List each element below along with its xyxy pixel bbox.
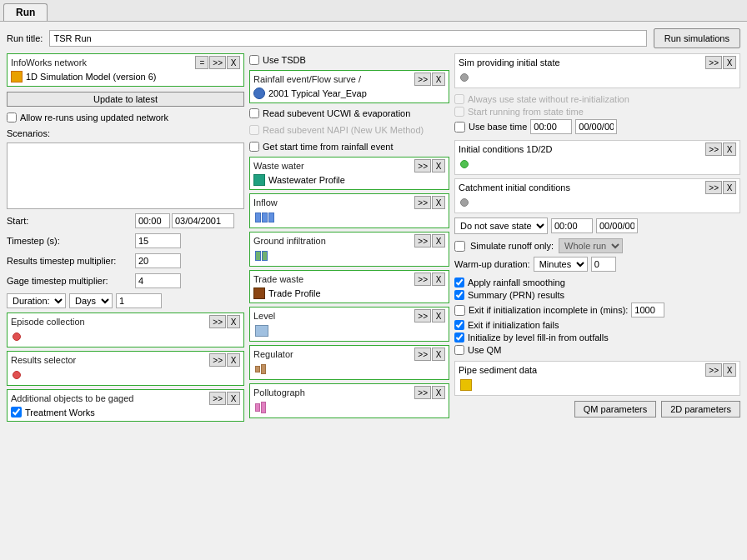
- ground-infiltration-expand-button[interactable]: >>: [414, 234, 431, 248]
- infoworks-pin-button[interactable]: =: [195, 56, 208, 69]
- additional-close-button[interactable]: X: [227, 392, 240, 405]
- start-date-input[interactable]: [172, 213, 234, 228]
- base-date-input[interactable]: [575, 119, 617, 134]
- read-subevent-napi-checkbox[interactable]: [249, 125, 259, 135]
- rainfall-close-button[interactable]: X: [432, 72, 445, 86]
- get-start-time-checkbox[interactable]: [249, 142, 259, 152]
- always-use-state-checkbox[interactable]: [454, 94, 464, 104]
- use-qm-row: Use QM: [454, 344, 740, 356]
- episode-close-button[interactable]: X: [227, 315, 240, 328]
- exit-init-fails-row: Exit if initialization fails: [454, 319, 740, 331]
- state-options-group: Always use state without re-initializati…: [454, 92, 740, 137]
- exit-init-incomplete-checkbox[interactable]: [454, 305, 465, 316]
- catchment-close-button[interactable]: X: [723, 181, 736, 194]
- timestep-input[interactable]: [135, 233, 181, 248]
- read-subevent-ucwi-checkbox[interactable]: [249, 108, 259, 118]
- sim-state-expand-button[interactable]: >>: [705, 56, 722, 69]
- regulator-expand-button[interactable]: >>: [414, 348, 431, 361]
- waste-water-label: Waste water: [253, 161, 304, 171]
- pipe-sediment-expand-button[interactable]: >>: [705, 363, 722, 377]
- start-time-input[interactable]: [135, 213, 170, 228]
- trade-waste-item: Trade Profile: [253, 286, 445, 301]
- rainfall-expand-button[interactable]: >>: [414, 72, 431, 86]
- allow-reruns-row: Allow re-runs using updated network: [7, 112, 244, 123]
- base-time-input[interactable]: [530, 119, 572, 134]
- duration-type-select[interactable]: Duration:: [7, 293, 66, 308]
- initial-cond-close-button[interactable]: X: [723, 142, 736, 156]
- use-qm-label: Use QM: [468, 345, 501, 355]
- regulator-close-button[interactable]: X: [432, 348, 445, 361]
- gage-timestep-label: Gage timestep multiplier:: [7, 276, 132, 286]
- save-date-input[interactable]: [596, 218, 638, 233]
- rainfall-event-box: Rainfall event/Flow surve / >> X 2001 Ty…: [249, 70, 449, 103]
- trade-waste-expand-button[interactable]: >>: [414, 272, 431, 286]
- infoworks-expand-button[interactable]: >>: [209, 56, 226, 69]
- timestep-row: Timestep (s):: [7, 232, 244, 249]
- initial-cond-expand-button[interactable]: >>: [705, 142, 722, 156]
- exit-init-value-input[interactable]: [631, 302, 664, 318]
- duration-value-input[interactable]: [116, 293, 162, 308]
- inflow-close-button[interactable]: X: [432, 196, 445, 209]
- gage-timestep-input[interactable]: [135, 273, 181, 288]
- inflow-box: Inflow >> X: [249, 193, 449, 228]
- apply-rainfall-checkbox[interactable]: [454, 278, 464, 288]
- start-running-checkbox[interactable]: [454, 107, 464, 117]
- infoworks-item: 1D Simulation Model (version 6): [11, 69, 240, 84]
- duration-unit-select[interactable]: Days: [69, 293, 113, 308]
- warmup-unit-select[interactable]: Minutes: [534, 257, 588, 272]
- init-level-checkbox[interactable]: [454, 332, 464, 342]
- qm-parameters-button[interactable]: QM parameters: [574, 401, 656, 418]
- exit-init-incomplete-label: Exit if initialization incomplete in (mi…: [469, 305, 628, 315]
- trade-waste-close-button[interactable]: X: [432, 272, 445, 286]
- treatment-works-checkbox[interactable]: [11, 407, 22, 418]
- simulate-runoff-checkbox[interactable]: [454, 241, 465, 252]
- results-timestep-input[interactable]: [135, 253, 181, 268]
- ground-infiltration-close-button[interactable]: X: [432, 234, 445, 248]
- sim-state-item: [459, 69, 736, 86]
- update-latest-button[interactable]: Update to latest: [7, 92, 244, 107]
- pipe-sediment-btns: >> X: [705, 363, 736, 377]
- allow-reruns-checkbox[interactable]: [7, 112, 17, 122]
- episode-expand-button[interactable]: >>: [209, 315, 226, 328]
- use-qm-checkbox[interactable]: [454, 345, 464, 355]
- use-tsdb-checkbox[interactable]: [249, 55, 259, 65]
- episode-icon: [13, 332, 21, 341]
- infoworks-network-box: InfoWorks network = >> X 1D Simulation M…: [7, 53, 244, 87]
- episode-collection-box: Episode collection >> X: [7, 312, 244, 348]
- run-title-input[interactable]: [49, 30, 646, 47]
- additional-expand-button[interactable]: >>: [209, 392, 226, 405]
- left-column: InfoWorks network = >> X 1D Simulation M…: [7, 53, 244, 553]
- pipe-sediment-close-button[interactable]: X: [723, 363, 736, 377]
- 2d-parameters-button[interactable]: 2D parameters: [661, 401, 740, 418]
- pollutograph-close-button[interactable]: X: [432, 386, 445, 399]
- results-timestep-label: Results timestep multiplier:: [7, 256, 132, 266]
- save-state-select[interactable]: Do not save state: [454, 218, 548, 234]
- catchment-expand-button[interactable]: >>: [705, 181, 722, 194]
- results-close-button[interactable]: X: [227, 353, 240, 367]
- whole-run-select[interactable]: Whole run: [559, 238, 623, 253]
- save-time-input[interactable]: [551, 218, 593, 233]
- catchment-item: [459, 194, 736, 211]
- waste-water-expand-button[interactable]: >>: [414, 159, 431, 172]
- exit-init-fails-checkbox[interactable]: [454, 320, 464, 330]
- results-expand-button[interactable]: >>: [209, 353, 226, 367]
- infoworks-close-button[interactable]: X: [227, 56, 240, 69]
- sim-state-close-button[interactable]: X: [723, 56, 736, 69]
- pollutograph-expand-button[interactable]: >>: [414, 386, 431, 399]
- run-simulations-button[interactable]: Run simulations: [654, 28, 740, 48]
- read-subevent-ucwi-row: Read subevent UCWI & evaporation: [249, 107, 449, 120]
- results-selector-box: Results selector >> X: [7, 351, 244, 386]
- warmup-value-input[interactable]: [591, 257, 616, 272]
- gage-timestep-row: Gage timestep multiplier:: [7, 272, 244, 289]
- inflow-expand-button[interactable]: >>: [414, 196, 431, 209]
- level-close-button[interactable]: X: [432, 309, 445, 322]
- rainfall-label: Rainfall event/Flow surve /: [253, 74, 361, 84]
- use-base-time-checkbox[interactable]: [454, 122, 465, 132]
- timestep-label: Timestep (s):: [7, 236, 132, 246]
- summary-prn-checkbox[interactable]: [454, 290, 464, 300]
- waste-water-close-button[interactable]: X: [432, 159, 445, 172]
- rainfall-item: 2001 Typical Year_Evap: [253, 86, 445, 101]
- run-tab[interactable]: Run: [3, 3, 48, 21]
- level-expand-button[interactable]: >>: [414, 309, 431, 322]
- scenarios-box[interactable]: [7, 142, 244, 209]
